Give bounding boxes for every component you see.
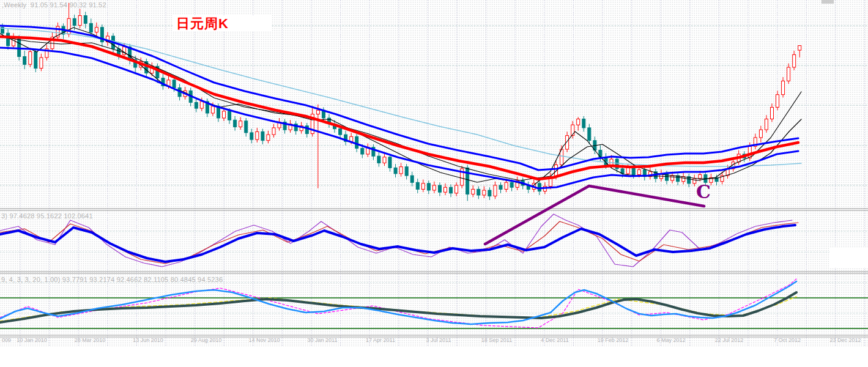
white-patch (829, 247, 868, 267)
time-axis-label: 28 Mar 2010 (75, 337, 106, 343)
time-axis-label: 18 Sep 2011 (481, 337, 512, 343)
time-axis-label: 19 Feb 2012 (598, 337, 629, 343)
time-axis-label: 13 Jun 2010 (133, 337, 163, 343)
chart-canvas[interactable] (0, 0, 868, 367)
chart-window[interactable]: ,Weekly 91.05 91.54 90.32 91.52 3) 97.46… (0, 0, 868, 367)
time-axis-label: 22 Jul 2012 (715, 337, 744, 343)
middle-indicator-info: 3) 97.4628 95.1622 102.0641 (1, 212, 93, 220)
time-axis-label: 14 Nov 2010 (248, 337, 280, 343)
time-axis-label: 23 Dec 2012 (829, 337, 861, 343)
symbol-ohlc-info: ,Weekly 91.05 91.54 90.32 91.52 (2, 1, 106, 9)
chart-artifact (822, 0, 834, 4)
bottom-indicator-info: 9, 4, 3, 3, 20, 1.00) 93.7791 93.2174 92… (1, 276, 223, 283)
time-axis-label: 6 May 2012 (656, 337, 685, 343)
time-axis-label: 10 Jan 2010 (17, 337, 47, 343)
letter-c-annotation[interactable]: C (696, 181, 711, 202)
time-axis-label: 30 Jan 2011 (308, 337, 338, 343)
time-axis-label: 4 Dec 2011 (541, 337, 568, 343)
text-label-annotation[interactable]: 日元周K (173, 15, 271, 32)
time-axis-label: 29 Aug 2010 (191, 337, 222, 343)
time-axis-label: 009 (2, 337, 11, 343)
time-axis-label: 3 Jul 2011 (426, 337, 451, 343)
time-axis: 00910 Jan 201028 Mar 201013 Jun 201029 A… (0, 337, 868, 346)
chart-title-text: 日元周K (173, 15, 229, 33)
time-axis-label: 17 Apr 2011 (366, 337, 395, 343)
time-axis-label: 7 Oct 2012 (774, 337, 801, 343)
